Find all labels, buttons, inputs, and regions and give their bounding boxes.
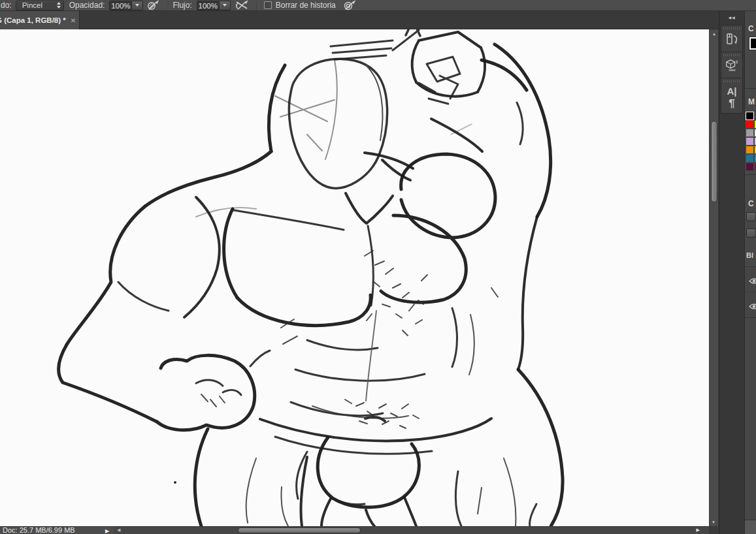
grip-handle[interactable] [723, 54, 740, 56]
flow-value: 100% [199, 2, 218, 10]
erase-history-label: Borrar de historia [276, 1, 336, 10]
flow-dropdown-button[interactable] [220, 1, 231, 10]
history-panel-button[interactable] [721, 25, 743, 52]
tablet-pressure-opacity-icon[interactable] [146, 0, 161, 10]
paragraph-panel-icon[interactable]: ¶ [729, 97, 734, 110]
status-expand-icon[interactable]: ▶ [105, 527, 109, 534]
divider [168, 1, 169, 10]
scroll-right-icon[interactable]: ▶ [697, 527, 700, 533]
horizontal-scrollbar-thumb[interactable] [238, 527, 361, 533]
character-panel-icon[interactable]: A| [727, 85, 736, 97]
collapse-panels-button[interactable]: ◀◀ [723, 14, 741, 22]
cube-3d-icon [725, 59, 738, 74]
layer-row[interactable] [745, 266, 756, 291]
right-panel-sliver: C M C [744, 11, 756, 534]
grip-handle[interactable] [723, 80, 740, 82]
layer-row[interactable] [745, 292, 756, 317]
opacity-value: 100% [111, 2, 130, 10]
vertical-scrollbar-thumb[interactable] [711, 121, 717, 202]
swatches-panel-title[interactable]: M [748, 97, 755, 106]
sketch-drawing [0, 29, 709, 526]
layer-filter-button[interactable] [746, 228, 756, 238]
scroll-down-icon[interactable]: ▼ [709, 518, 718, 526]
color-panel-title[interactable]: C [748, 24, 754, 33]
vertical-scrollbar[interactable]: ▲ [709, 29, 718, 526]
document-size-info: Doc: 25.7 MB/6.99 MB [3, 527, 75, 534]
layer-visibility-eye-icon[interactable] [749, 275, 756, 287]
opacity-dropdown-button[interactable] [132, 1, 143, 10]
horizontal-scrollbar[interactable]: ◀ ▶ [114, 526, 709, 534]
swatch-row [746, 129, 756, 136]
3d-panel-button[interactable] [721, 52, 743, 78]
scroll-left-icon[interactable]: ◀ [117, 527, 120, 533]
layer-visibility-eye-icon[interactable] [749, 301, 756, 313]
document-tab-bar: G (Capa 1, RGB/8) * ✕ [0, 11, 756, 29]
color-swatch[interactable] [746, 146, 753, 153]
flow-label: Flujo: [173, 1, 191, 10]
swatch-row [746, 138, 756, 145]
opacity-input[interactable]: 100% [109, 1, 132, 10]
divider [745, 88, 756, 89]
history-icon [725, 32, 738, 48]
color-swatch[interactable] [746, 112, 753, 119]
color-swatch[interactable] [746, 155, 753, 162]
grip-handle[interactable] [723, 27, 740, 29]
chevron-down-icon [135, 4, 139, 7]
document-tab[interactable]: G (Capa 1, RGB/8) * ✕ [0, 11, 80, 29]
airbrush-mode-icon[interactable] [234, 0, 250, 10]
tablet-pressure-size-icon[interactable] [342, 0, 357, 10]
color-swatch[interactable] [746, 163, 753, 170]
photoshop-window: do: Pincel Opacidad: 100% Flujo: 100% [0, 0, 756, 534]
color-swatch[interactable] [746, 121, 753, 128]
swatch-row [746, 121, 756, 128]
divider [745, 317, 756, 318]
swatch-row [746, 155, 756, 162]
status-bar: Doc: 25.7 MB/6.99 MB ▶ [0, 526, 114, 534]
tab-close-icon[interactable]: ✕ [71, 17, 76, 24]
erase-history-checkbox[interactable] [264, 1, 272, 9]
color-swatch[interactable] [746, 129, 753, 136]
blend-mode-select[interactable] [746, 212, 756, 221]
lock-label: Bl [746, 251, 753, 259]
mode-label: do: [1, 1, 12, 10]
swatch-row [746, 146, 756, 153]
brush-mode-value: Pincel [22, 1, 42, 9]
canvas[interactable] [0, 29, 709, 526]
panel-footer [745, 520, 756, 534]
brush-mode-select[interactable]: Pincel [16, 1, 64, 10]
layers-panel-title[interactable]: C [748, 199, 754, 208]
chevron-down-icon [223, 4, 227, 7]
panel-dock: ◀◀ [719, 11, 744, 534]
opacity-label: Opacidad: [69, 1, 105, 10]
tool-options-bar: do: Pincel Opacidad: 100% Flujo: 100% [0, 0, 756, 11]
foreground-color-swatch[interactable] [749, 37, 756, 50]
flow-input[interactable]: 100% [197, 1, 220, 10]
divider [745, 174, 756, 175]
divider [257, 1, 257, 10]
type-panels-group: A| ¶ [721, 78, 743, 114]
scroll-up-icon[interactable]: ▲ [710, 29, 719, 38]
swatch-row [746, 112, 756, 119]
select-arrows-icon [57, 2, 61, 8]
swatch-row [746, 163, 756, 170]
color-swatch[interactable] [746, 138, 753, 145]
document-tab-title: G (Capa 1, RGB/8) * [0, 16, 66, 24]
